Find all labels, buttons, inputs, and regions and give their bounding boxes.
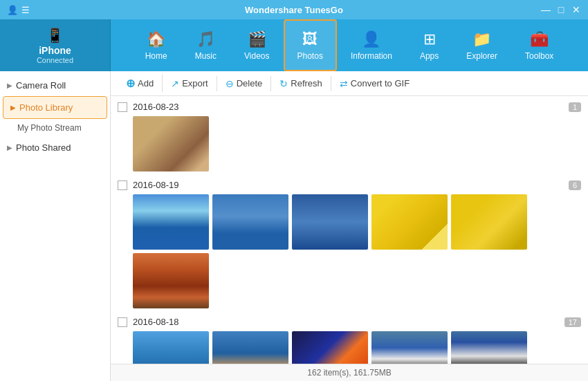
information-icon: 👤 [362, 30, 380, 48]
menu-icon[interactable]: ☰ [21, 5, 30, 15]
photos-icon: 🖼 [302, 30, 318, 48]
photo-thumb-phone2[interactable] [212, 194, 288, 250]
tab-toolbox-label: Toolbox [525, 51, 553, 61]
device-info: 📱 iPhone Connected [0, 19, 111, 71]
photo-thumb-jellyfish[interactable] [292, 331, 368, 364]
group-checkbox-2016-08-18[interactable] [118, 317, 127, 327]
maximize-button[interactable]: □ [555, 3, 567, 16]
add-button[interactable]: ⊕ Add [118, 75, 163, 92]
title-bar-left: 👤 ☰ [7, 5, 30, 15]
tab-music-label: Music [195, 51, 217, 61]
window-controls: — □ ✕ [540, 3, 582, 16]
sidebar-item-camera-roll[interactable]: ▶ Camera Roll [0, 75, 110, 96]
music-icon: 🎵 [196, 30, 215, 48]
apps-icon: ⊞ [423, 30, 436, 48]
photo-thumb-phone1[interactable] [133, 194, 209, 250]
tab-home[interactable]: 🏠 Home [131, 19, 181, 71]
convert-button[interactable]: ⇄ Convert to GIF [331, 76, 418, 91]
group-date-2016-08-19: 2016-08-19 [133, 180, 569, 190]
expand-arrow-shared: ▶ [7, 144, 12, 151]
photo-thumb-coastal[interactable] [133, 253, 209, 308]
group-date-2016-08-18: 2016-08-18 [133, 317, 564, 327]
status-bar: 162 item(s), 161.75MB [111, 364, 588, 381]
photo-thumb-yellow2[interactable] [451, 194, 527, 250]
nav-bar: 📱 iPhone Connected 🏠 Home 🎵 Music 🎬 Vide… [0, 19, 588, 71]
app-title: Wondershare TunesGo [245, 5, 343, 15]
close-button[interactable]: ✕ [570, 3, 582, 16]
photo-grid-2016-08-23 [133, 116, 581, 171]
photo-grid-2016-08-18 [133, 331, 581, 364]
photo-thumb-phone4[interactable] [133, 331, 209, 364]
tab-videos[interactable]: 🎬 Videos [230, 19, 283, 71]
photo-thumb-yellow1[interactable] [371, 194, 448, 250]
tab-photos[interactable]: 🖼 Photos [284, 19, 337, 71]
tab-videos-label: Videos [244, 51, 269, 61]
sidebar-item-photo-library[interactable]: ▶ Photo Library [3, 96, 107, 119]
sidebar-photo-library-label: Photo Library [19, 102, 73, 113]
tab-toolbox[interactable]: 🧰 Toolbox [511, 19, 567, 71]
group-count-2016-08-23: 1 [569, 102, 581, 112]
nav-tabs: 🏠 Home 🎵 Music 🎬 Videos 🖼 Photos 👤 Infor… [111, 19, 588, 71]
delete-label: Delete [237, 78, 263, 89]
content-area: ⊕ Add ↗ Export ⊖ Delete ↻ Refresh ⇄ Conv… [111, 71, 588, 381]
device-status: Connected [37, 56, 73, 64]
explorer-icon: 📁 [472, 30, 491, 48]
tab-explorer[interactable]: 📁 Explorer [452, 19, 511, 71]
group-header-2016-08-18: 2016-08-18 17 [118, 317, 581, 327]
tab-photos-label: Photos [297, 51, 323, 61]
sidebar-my-photo-stream-label: My Photo Stream [17, 123, 82, 133]
photo-group-2016-08-18: 2016-08-18 17 [118, 317, 581, 364]
status-text: 162 item(s), 161.75MB [307, 368, 391, 378]
sidebar-photo-shared-label: Photo Shared [16, 142, 71, 153]
photo-list[interactable]: 2016-08-23 1 2016-08-19 6 [111, 96, 588, 364]
tab-home-label: Home [145, 51, 167, 61]
group-count-2016-08-19: 6 [569, 180, 581, 190]
main-content: ▶ Camera Roll ▶ Photo Library My Photo S… [0, 71, 588, 381]
refresh-button[interactable]: ↻ Refresh [271, 76, 331, 91]
expand-arrow-active: ▶ [10, 104, 16, 111]
photo-thumb-phone3[interactable] [292, 194, 368, 250]
user-icon[interactable]: 👤 [7, 5, 18, 15]
export-icon: ↗ [171, 78, 179, 89]
toolbar: ⊕ Add ↗ Export ⊖ Delete ↻ Refresh ⇄ Conv… [111, 71, 588, 96]
videos-icon: 🎬 [248, 30, 266, 48]
photo-thumb-penguin1[interactable] [371, 331, 448, 364]
minimize-button[interactable]: — [540, 3, 552, 16]
tab-music[interactable]: 🎵 Music [181, 19, 230, 71]
photo-grid-2016-08-19 [133, 194, 581, 308]
delete-button[interactable]: ⊖ Delete [217, 76, 272, 91]
toolbox-icon: 🧰 [530, 30, 549, 48]
export-label: Export [182, 78, 208, 89]
group-date-2016-08-23: 2016-08-23 [133, 102, 569, 112]
photo-thumb-penguin2[interactable] [451, 331, 527, 364]
convert-icon: ⇄ [340, 78, 348, 89]
device-icon: 📱 [46, 27, 64, 44]
device-name: iPhone [39, 45, 71, 56]
group-checkbox-2016-08-23[interactable] [118, 102, 127, 112]
convert-label: Convert to GIF [351, 78, 410, 89]
photo-group-2016-08-23: 2016-08-23 1 [118, 102, 581, 171]
group-checkbox-2016-08-19[interactable] [118, 180, 127, 190]
group-header-2016-08-19: 2016-08-19 6 [118, 180, 581, 190]
delete-icon: ⊖ [226, 78, 234, 89]
tab-apps[interactable]: ⊞ Apps [406, 19, 452, 71]
tab-information-label: Information [351, 51, 392, 61]
photo-thumb-dog[interactable] [133, 116, 209, 171]
tab-explorer-label: Explorer [466, 51, 497, 61]
tab-apps-label: Apps [420, 51, 439, 61]
refresh-icon: ↻ [279, 78, 288, 89]
export-button[interactable]: ↗ Export [163, 76, 217, 91]
tab-information[interactable]: 👤 Information [337, 19, 406, 71]
sidebar-item-my-photo-stream[interactable]: My Photo Stream [0, 119, 110, 137]
sidebar-camera-roll-label: Camera Roll [16, 80, 66, 91]
group-header-2016-08-23: 2016-08-23 1 [118, 102, 581, 112]
home-icon: 🏠 [147, 30, 165, 48]
refresh-label: Refresh [291, 78, 322, 89]
add-label: Add [138, 78, 154, 89]
add-icon: ⊕ [126, 77, 135, 90]
title-bar: 👤 ☰ Wondershare TunesGo — □ ✕ [0, 0, 588, 19]
expand-arrow: ▶ [7, 82, 12, 89]
sidebar-item-photo-shared[interactable]: ▶ Photo Shared [0, 137, 110, 158]
photo-thumb-mountain[interactable] [212, 331, 288, 364]
photo-group-2016-08-19: 2016-08-19 6 [118, 180, 581, 308]
